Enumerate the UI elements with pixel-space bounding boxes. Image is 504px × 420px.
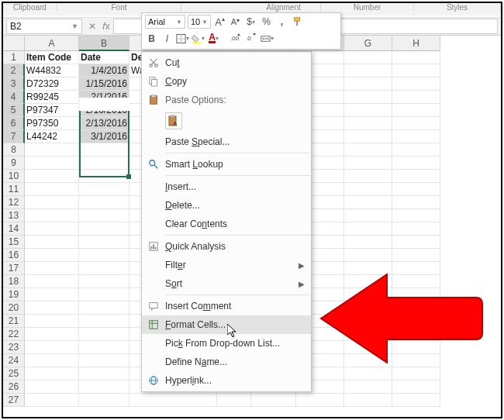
cell-C27[interactable] (129, 394, 217, 407)
row-header-25[interactable]: 25 (3, 367, 25, 380)
cell-A27[interactable] (25, 394, 79, 407)
row-header-14[interactable]: 14 (3, 222, 25, 236)
cell-B7[interactable]: 3/1/2016 (79, 130, 129, 143)
cell-H1[interactable] (392, 51, 440, 64)
cell-H14[interactable] (392, 222, 440, 236)
cell-B16[interactable] (79, 249, 129, 262)
context-define-name[interactable]: Define Name... (142, 353, 311, 371)
row-header-15[interactable]: 15 (3, 236, 25, 249)
row-header-5[interactable]: 5 (3, 104, 25, 117)
row-header-12[interactable]: 12 (3, 196, 25, 209)
cell-A10[interactable] (25, 170, 79, 183)
paste-icon[interactable]: A (165, 112, 182, 129)
fill-color-icon[interactable]: ▾ (192, 32, 205, 45)
cell-A3[interactable]: D72329 (25, 77, 79, 91)
cell-A19[interactable] (25, 288, 79, 301)
row-header-6[interactable]: 6 (3, 117, 25, 130)
row-header-13[interactable]: 13 (3, 209, 25, 222)
cell-B24[interactable] (79, 354, 129, 367)
cell-G15[interactable] (344, 236, 392, 249)
cell-B15[interactable] (79, 236, 129, 249)
cell-H11[interactable] (392, 183, 440, 196)
context-quick-analysis[interactable]: Quick Analysis (142, 237, 311, 256)
cell-B9[interactable] (79, 157, 129, 170)
bold-button[interactable]: B (145, 32, 158, 45)
decrease-decimal-icon[interactable]: .0 (245, 32, 258, 45)
comma-format-icon[interactable]: , (275, 15, 288, 29)
cell-H10[interactable] (392, 170, 440, 183)
cell-B21[interactable] (79, 315, 129, 328)
context-pick-from-list[interactable]: Pick From Drop-down List... (142, 334, 311, 353)
cell-A7[interactable]: L44242 (25, 130, 79, 143)
row-header-21[interactable]: 21 (3, 315, 25, 328)
cell-A26[interactable] (25, 380, 79, 394)
cell-A24[interactable] (25, 354, 79, 367)
cell-B10[interactable] (79, 170, 129, 183)
cell-G9[interactable] (344, 157, 392, 170)
row-header-19[interactable]: 19 (3, 288, 25, 301)
font-size-select[interactable]: 10▼ (188, 15, 211, 29)
cell-B25[interactable] (79, 367, 129, 380)
cell-A17[interactable] (25, 262, 79, 275)
cell-B19[interactable] (79, 288, 129, 301)
cell-D27[interactable] (217, 394, 251, 407)
cell-H6[interactable] (392, 117, 440, 130)
cell-B3[interactable]: 1/15/2016 (79, 77, 129, 91)
cell-B14[interactable] (79, 222, 129, 236)
insert-function-icon[interactable]: fx (99, 21, 113, 32)
cell-H2[interactable] (392, 64, 440, 77)
row-header-7[interactable]: 7 (3, 130, 25, 143)
borders-icon[interactable]: ▾ (176, 32, 189, 45)
cell-B2[interactable]: 1/4/2016 (79, 64, 129, 77)
cell-G3[interactable] (344, 77, 392, 91)
cell-A15[interactable] (25, 236, 79, 249)
cell-G7[interactable] (344, 130, 392, 143)
cell-G10[interactable] (344, 170, 392, 183)
context-paste-special[interactable]: Paste Special... (142, 133, 311, 151)
cell-B8[interactable] (79, 143, 129, 157)
row-header-27[interactable]: 27 (3, 394, 25, 407)
row-header-22[interactable]: 22 (3, 328, 25, 341)
cell-H3[interactable] (392, 77, 440, 91)
cell-G11[interactable] (344, 183, 392, 196)
accounting-format-icon[interactable]: $▾ (244, 15, 257, 29)
cell-B6[interactable]: 2/13/2016 (79, 117, 129, 130)
cell-A12[interactable] (25, 196, 79, 209)
cell-A25[interactable] (25, 367, 79, 380)
cell-B11[interactable] (79, 183, 129, 196)
context-delete[interactable]: Delete... (142, 196, 311, 215)
cell-A1[interactable]: Item Code (25, 51, 79, 64)
cell-F27[interactable] (296, 394, 344, 407)
name-box[interactable]: B2 ▼ (6, 19, 82, 34)
cell-H27[interactable] (392, 394, 440, 407)
cell-H8[interactable] (392, 143, 440, 157)
column-header-B[interactable]: B (79, 36, 129, 51)
row-header-18[interactable]: 18 (3, 275, 25, 288)
column-header-G[interactable]: G (344, 36, 392, 51)
cell-A22[interactable] (25, 328, 79, 341)
cell-G26[interactable] (344, 380, 392, 394)
row-header-26[interactable]: 26 (3, 380, 25, 394)
row-header-24[interactable]: 24 (3, 354, 25, 367)
cell-A9[interactable] (25, 157, 79, 170)
cell-G8[interactable] (344, 143, 392, 157)
cell-B22[interactable] (79, 328, 129, 341)
cell-B27[interactable] (79, 394, 129, 407)
cell-E27[interactable] (251, 394, 296, 407)
row-header-11[interactable]: 11 (3, 183, 25, 196)
cell-G13[interactable] (344, 209, 392, 222)
row-header-8[interactable]: 8 (3, 143, 25, 157)
cell-A14[interactable] (25, 222, 79, 236)
row-header-17[interactable]: 17 (3, 262, 25, 275)
context-hyperlink[interactable]: Hyperlink... (142, 371, 311, 390)
row-header-3[interactable]: 3 (3, 77, 25, 91)
cell-G25[interactable] (344, 367, 392, 380)
increase-decimal-icon[interactable]: .00 (230, 32, 243, 45)
cell-H9[interactable] (392, 157, 440, 170)
cell-A5[interactable]: P97347 (25, 104, 79, 117)
cell-G12[interactable] (344, 196, 392, 209)
row-header-16[interactable]: 16 (3, 249, 25, 262)
cell-A18[interactable] (25, 275, 79, 288)
format-painter-icon[interactable] (291, 15, 304, 29)
context-paste-button[interactable]: A (142, 109, 311, 133)
